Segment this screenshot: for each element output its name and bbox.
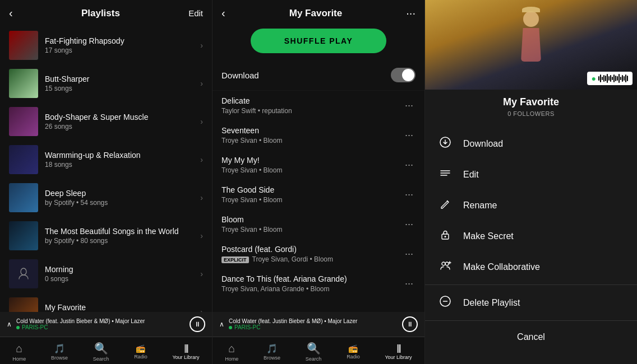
nav-browse-mid[interactable]: 🎵 Browse (264, 343, 280, 361)
np-pause-mid[interactable]: ⏸ (402, 316, 418, 332)
right-delete-label: Delete Playlist (463, 298, 520, 308)
playlist-name: Butt-Sharper (45, 74, 200, 83)
mid-bottom-nav: ⌂ Home 🎵 Browse 🔍 Search 📻 Radio ||| You… (213, 337, 424, 364)
song-name: Postcard (feat. Gordi) (221, 245, 403, 254)
song-more-button[interactable]: ··· (403, 157, 416, 173)
mid-now-playing[interactable]: ∧ Cold Water (feat. Justin Bieber & MØ) … (213, 312, 424, 337)
song-artist: Troye Sivan • Bloom (221, 196, 403, 204)
song-info: Postcard (feat. Gordi) EXPLICITTroye Siv… (221, 245, 403, 263)
browse-label-mid: Browse (264, 355, 280, 361)
search-label-left: Search (93, 356, 109, 362)
song-item[interactable]: The Good Side Troye Sivan • Bloom ··· (213, 180, 424, 209)
np-device-mid: PARIS-PC (234, 324, 261, 330)
right-menu-edit[interactable]: Edit (425, 159, 637, 190)
mid-back-button[interactable]: ‹ (221, 7, 225, 20)
song-item[interactable]: Seventeen Troye Sivan • Bloom ··· (213, 120, 424, 150)
playlist-info: The Most Beautiful Songs in the World by… (45, 227, 200, 245)
search-icon-mid: 🔍 (307, 342, 321, 355)
song-item[interactable]: Postcard (feat. Gordi) EXPLICITTroye Siv… (213, 239, 424, 269)
edit-icon (438, 167, 452, 182)
library-icon-mid: ||| (396, 343, 400, 353)
song-more-button[interactable]: ··· (403, 216, 416, 232)
nav-library-mid[interactable]: ||| Your Library (385, 343, 412, 360)
right-collab-label: Make Collaborative (463, 262, 540, 272)
playlist-sub: 26 songs (45, 123, 200, 130)
playlist-thumb (9, 259, 38, 288)
pause-icon-mid: ⏸ (407, 320, 413, 328)
nav-browse-left[interactable]: 🎵 Browse (51, 343, 68, 361)
nav-home-left[interactable]: ⌂ Home (12, 342, 26, 362)
song-more-button[interactable]: ··· (403, 127, 416, 143)
np-dot-mid (229, 326, 232, 329)
right-menu-rename[interactable]: Rename (425, 190, 637, 221)
playlist-item[interactable]: Morning 0 songs › (0, 255, 212, 293)
radio-label-left: Radio (134, 354, 147, 360)
library-label-left: Your Library (172, 354, 199, 360)
collab-icon (438, 259, 452, 274)
library-icon-left: ||| (184, 343, 187, 353)
playlist-sub: 18 songs (45, 161, 200, 169)
song-item[interactable]: My My My! Troye Sivan • Bloom ··· (213, 150, 424, 180)
song-more-button[interactable]: ··· (403, 97, 416, 114)
playlist-item[interactable]: Fat-Fighting Rhapsody 17 songs › (0, 26, 212, 64)
playlist-sub: 0 songs (45, 275, 200, 283)
playlist-name: Body-Shaper & Super Muscle (45, 113, 200, 122)
playlist-info: Body-Shaper & Super Muscle 26 songs (45, 113, 200, 130)
song-more-button[interactable]: ··· (403, 186, 416, 203)
mid-more-button[interactable]: ··· (406, 7, 416, 20)
chevron-right-icon: › (200, 269, 203, 278)
download-toggle[interactable] (391, 68, 416, 82)
svg-point-0 (21, 268, 26, 275)
nav-search-left[interactable]: 🔍 Search (93, 342, 109, 362)
song-item[interactable]: Dance To This (feat. Ariana Grande) Troy… (213, 269, 424, 298)
playlist-item[interactable]: My Favorite 11 songs › (0, 293, 212, 312)
shuffle-play-button[interactable]: SHUFFLE PLAY (251, 29, 387, 53)
left-panel: ‹ Playlists Edit Fat-Fighting Rhapsody 1… (0, 0, 213, 364)
left-back-button[interactable]: ‹ (9, 7, 13, 20)
svg-point-6 (445, 236, 446, 237)
browse-icon-left: 🎵 (54, 343, 65, 354)
song-item[interactable]: Bloom Troye Sivan • Bloom ··· (213, 209, 424, 239)
song-name: Dance To This (feat. Ariana Grande) (221, 274, 403, 283)
playlist-item[interactable]: Body-Shaper & Super Muscle 26 songs › (0, 102, 212, 141)
right-menu-secret[interactable]: Make Secret (425, 221, 637, 251)
home-label-mid: Home (225, 356, 238, 362)
right-menu: Download Edit Rename (425, 124, 637, 356)
middle-panel: ‹ My Favorite ··· SHUFFLE PLAY Download … (213, 0, 425, 364)
left-bottom-nav: ⌂ Home 🎵 Browse 🔍 Search 📻 Radio ||| You… (0, 337, 212, 364)
cancel-label: Cancel (517, 332, 545, 342)
song-artist: Troye Sivan • Bloom (221, 226, 403, 234)
song-name: Delicate (221, 96, 403, 105)
playlist-list: Fat-Fighting Rhapsody 17 songs › Butt-Sh… (0, 26, 212, 312)
browse-label-left: Browse (51, 355, 68, 361)
cancel-button[interactable]: Cancel (425, 323, 637, 351)
song-more-button[interactable]: ··· (403, 246, 416, 262)
song-item[interactable]: Delicate Taylor Swift • reputation ··· (213, 91, 424, 120)
nav-home-mid[interactable]: ⌂ Home (225, 342, 238, 362)
svg-point-7 (442, 262, 445, 265)
song-more-button[interactable]: ··· (403, 276, 416, 292)
menu-divider (425, 284, 637, 285)
left-now-playing[interactable]: ∧ Cold Water (feat. Justin Bieber & MØ) … (0, 312, 212, 337)
left-edit-button[interactable]: Edit (188, 8, 203, 18)
secret-icon (438, 228, 452, 244)
playlist-item[interactable]: Butt-Sharper 15 songs › (0, 64, 212, 102)
nav-radio-left[interactable]: 📻 Radio (134, 344, 147, 360)
song-artist: EXPLICITTroye Sivan, Gordi • Bloom (221, 255, 403, 263)
chevron-right-icon: › (200, 193, 203, 202)
right-secret-label: Make Secret (463, 231, 514, 241)
playlist-item[interactable]: Warmming-up & Relaxation 18 songs › (0, 141, 212, 179)
nav-search-mid[interactable]: 🔍 Search (306, 342, 322, 362)
playlist-item[interactable]: Deep Sleep by Spotify • 54 songs › (0, 179, 212, 217)
right-menu-collab[interactable]: Make Collaborative (425, 251, 637, 282)
download-label: Download (221, 71, 259, 80)
right-playlist-name: My Favorite (434, 96, 628, 108)
album-art: ● (425, 0, 637, 90)
playlist-item[interactable]: The Most Beautiful Songs in the World by… (0, 217, 212, 255)
nav-radio-mid[interactable]: 📻 Radio (347, 344, 360, 360)
nav-library-left[interactable]: ||| Your Library (172, 343, 199, 360)
np-pause-left[interactable]: ⏸ (190, 316, 205, 332)
right-menu-download[interactable]: Download (425, 128, 637, 159)
right-playlist-followers: 0 FOLLOWERS (434, 110, 628, 117)
right-menu-delete[interactable]: Delete Playlist (425, 287, 637, 318)
